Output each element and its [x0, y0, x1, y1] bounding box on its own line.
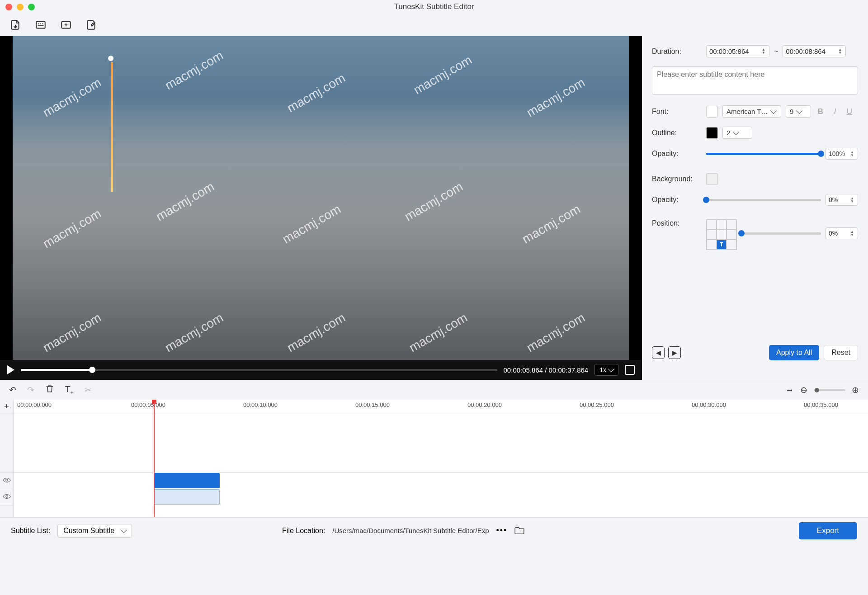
- add-track-button[interactable]: +: [0, 400, 13, 414]
- fullscreen-button[interactable]: [625, 365, 635, 375]
- video-controls: 00:00:05.864 / 00:00:37.864 1x: [0, 360, 642, 380]
- next-subtitle-button[interactable]: ▶: [668, 346, 681, 359]
- reset-button[interactable]: Reset: [824, 345, 858, 360]
- main-toolbar: [0, 14, 868, 36]
- video-area: macmj.com macmj.com macmj.com macmj.com …: [0, 36, 642, 380]
- font-size-select[interactable]: 9: [786, 105, 811, 118]
- subtitle-clip-2[interactable]: [154, 489, 220, 505]
- subtitle-clip-1[interactable]: [154, 473, 220, 488]
- track-visibility-2[interactable]: [0, 489, 13, 505]
- play-button[interactable]: [7, 365, 14, 374]
- bg-opacity-value[interactable]: 0%▲▼: [826, 194, 858, 206]
- svg-rect-0: [36, 21, 45, 28]
- app-title: TunesKit Subtitle Editor: [394, 2, 474, 11]
- fit-width-button[interactable]: ↔: [785, 385, 794, 395]
- window-controls: [5, 4, 35, 10]
- track-visibility-1[interactable]: [0, 473, 13, 489]
- font-color-swatch[interactable]: [706, 106, 718, 118]
- opacity-slider[interactable]: [706, 153, 821, 155]
- add-subtitle-button[interactable]: [60, 19, 72, 31]
- bottom-bar: Subtitle List: Custom Subtitle File Loca…: [0, 517, 868, 543]
- redo-button[interactable]: ↷: [27, 385, 34, 395]
- svg-point-3: [5, 495, 8, 497]
- add-text-button[interactable]: T+: [65, 384, 74, 396]
- position-slider[interactable]: [741, 232, 821, 235]
- time-display: 00:00:05.864 / 00:00:37.864: [504, 366, 589, 374]
- more-options-button[interactable]: •••: [496, 526, 508, 535]
- subtitle-list-label: Subtitle List:: [11, 527, 50, 535]
- outline-color-swatch[interactable]: [706, 127, 718, 139]
- split-button[interactable]: ✂: [85, 385, 92, 395]
- timeline-track-headers: +: [0, 400, 14, 517]
- subtitle-properties-panel: Duration: 00:00:05:864▲▼ ~ 00:00:08:864▲…: [642, 36, 868, 380]
- bold-button[interactable]: B: [816, 107, 826, 116]
- auto-subtitle-button[interactable]: [34, 19, 47, 31]
- video-track[interactable]: [14, 414, 868, 473]
- zoom-slider[interactable]: [814, 389, 845, 391]
- subtitle-list-select[interactable]: Custom Subtitle: [57, 524, 132, 538]
- opacity-label: Opacity:: [652, 150, 702, 158]
- zoom-out-button[interactable]: ⊖: [800, 385, 807, 395]
- position-grid[interactable]: T: [706, 219, 737, 250]
- delete-button[interactable]: [45, 384, 54, 396]
- timeline-toolbar: ↶ ↷ T+ ✂ ↔ ⊖ ⊕: [0, 380, 868, 400]
- track-spacer: [0, 414, 13, 473]
- duration-start-input[interactable]: 00:00:05:864▲▼: [706, 45, 769, 57]
- timeline-ruler[interactable]: 00:00:00.000 00:00:05.000 00:00:10.000 0…: [14, 400, 868, 414]
- main-content: macmj.com macmj.com macmj.com macmj.com …: [0, 36, 868, 380]
- apply-to-all-button[interactable]: Apply to All: [769, 345, 819, 360]
- underline-button[interactable]: U: [844, 107, 854, 116]
- outline-width-select[interactable]: 2: [722, 127, 752, 139]
- subtitle-content-input[interactable]: [652, 66, 858, 94]
- close-window-button[interactable]: [5, 4, 12, 10]
- duration-label: Duration:: [652, 47, 702, 56]
- video-preview[interactable]: macmj.com macmj.com macmj.com macmj.com …: [13, 36, 629, 360]
- titlebar: TunesKit Subtitle Editor: [0, 0, 868, 14]
- import-file-button[interactable]: [9, 19, 22, 31]
- maximize-window-button[interactable]: [28, 4, 35, 10]
- duration-separator: ~: [774, 47, 778, 56]
- file-location-path: /Users/mac/Documents/TunesKit Subtitle E…: [332, 527, 489, 534]
- file-location-label: File Location:: [282, 527, 325, 535]
- bg-opacity-label: Opacity:: [652, 196, 702, 204]
- font-label: Font:: [652, 108, 702, 116]
- undo-button[interactable]: ↶: [9, 385, 16, 395]
- font-family-select[interactable]: American T…: [722, 105, 781, 118]
- zoom-in-button[interactable]: ⊕: [852, 385, 859, 395]
- timeline-tracks[interactable]: 00:00:00.000 00:00:05.000 00:00:10.000 0…: [14, 400, 868, 517]
- timeline: + 00:00:00.000 00:00:05.000 00:00:10.000…: [0, 400, 868, 517]
- duration-end-input[interactable]: 00:00:08:864▲▼: [783, 45, 846, 57]
- background-color-swatch[interactable]: [706, 173, 718, 185]
- svg-point-2: [5, 479, 8, 481]
- background-label: Background:: [652, 175, 702, 183]
- outline-label: Outline:: [652, 129, 702, 137]
- minimize-window-button[interactable]: [17, 4, 24, 10]
- playhead[interactable]: [154, 400, 155, 517]
- open-folder-button[interactable]: [514, 526, 524, 536]
- prev-subtitle-button[interactable]: ◀: [652, 346, 665, 359]
- position-label: Position:: [652, 219, 702, 227]
- position-value[interactable]: 0%▲▼: [826, 227, 858, 239]
- bg-opacity-slider[interactable]: [706, 199, 821, 201]
- italic-button[interactable]: I: [830, 107, 840, 116]
- export-button[interactable]: Export: [799, 522, 857, 539]
- playback-speed[interactable]: 1x: [594, 364, 618, 376]
- video-progress-bar[interactable]: [21, 369, 497, 371]
- edit-button[interactable]: [85, 19, 98, 31]
- opacity-value[interactable]: 100%▲▼: [826, 148, 858, 160]
